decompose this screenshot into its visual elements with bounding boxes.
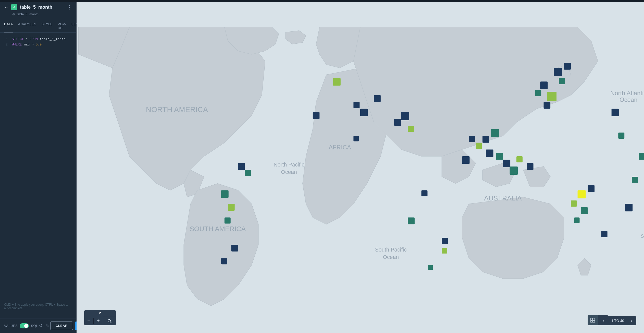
history-buttons: ↺ ↻ <box>38 323 50 329</box>
hint-text: CMD + S to apply your query. CTRL + Spac… <box>4 303 72 310</box>
zoom-plus-button[interactable]: + <box>94 316 103 325</box>
map-area[interactable]: NORTH AMERICA SOUTH AMERICA AFRICA AUSTR… <box>77 0 644 333</box>
eq-dot <box>442 248 447 253</box>
eq-dot <box>408 126 414 132</box>
code-line-2: 2 WHERE mag > 5.0 <box>4 42 72 47</box>
keyword-select: SELECT <box>12 37 24 41</box>
code-editor-area[interactable]: 1 SELECT * FROM table_5_month 2 WHERE ma… <box>0 33 76 318</box>
eq-dot <box>491 129 499 137</box>
keyword-where: WHERE <box>12 43 22 46</box>
line-number-1: 1 <box>4 37 8 42</box>
keyword-from: FROM <box>30 37 38 41</box>
north-pacific-label-2: Ocean <box>281 169 297 175</box>
eq-dot <box>482 136 489 143</box>
values-toggle[interactable] <box>20 323 29 328</box>
eq-dot <box>245 170 251 176</box>
south-america-label: SOUTH AMERICA <box>190 225 246 233</box>
values-label: VALUES <box>4 324 18 328</box>
eq-dot <box>516 156 523 162</box>
eq-dot <box>503 160 510 167</box>
eq-dot <box>564 63 571 70</box>
eq-dot <box>401 112 409 120</box>
eq-dot <box>476 143 482 149</box>
eq-dot <box>612 109 619 116</box>
south-pacific-label-1: South Pacific <box>375 247 407 253</box>
back-button[interactable]: ← <box>4 5 9 10</box>
tab-analyses[interactable]: ANALYSES <box>18 20 36 32</box>
zoom-btn-row: − + <box>84 316 116 325</box>
line-number-2: 2 <box>4 42 8 47</box>
eq-dot <box>442 238 448 244</box>
eq-dot <box>632 177 638 183</box>
table-name-label: table_5_month <box>17 12 39 16</box>
north-pacific-label-1: North Pacific <box>274 162 304 168</box>
eq-dot <box>428 265 433 270</box>
table-name-code: table_5_month <box>40 37 65 41</box>
eq-dot <box>625 204 633 211</box>
subtitle-row: ⊙ table_5_month <box>12 12 72 16</box>
eq-dot <box>601 231 608 237</box>
eq-dot <box>462 156 469 164</box>
values-section: VALUES SQL <box>4 323 38 328</box>
south-atl-label: South Atl... <box>641 233 644 239</box>
svg-rect-6 <box>593 320 595 322</box>
eq-dot <box>333 78 341 86</box>
eq-dot <box>510 167 518 175</box>
grid-view-button[interactable] <box>588 315 598 325</box>
more-options-button[interactable]: ⋮ <box>67 4 72 10</box>
eq-dot <box>221 258 227 264</box>
tab-popup[interactable]: POP-UP <box>58 20 66 32</box>
eq-dot <box>221 190 228 198</box>
code-editor[interactable]: 1 SELECT * FROM table_5_month 2 WHERE ma… <box>4 37 72 47</box>
eq-dot <box>535 90 541 96</box>
toggle-knob <box>24 324 28 328</box>
south-pacific-label-2: Ocean <box>383 254 399 260</box>
svg-rect-4 <box>593 318 595 320</box>
zoom-controls: 2 − + <box>84 310 116 325</box>
clear-button[interactable]: CLEAR <box>50 322 73 330</box>
eq-dot <box>496 153 503 160</box>
prev-page-button[interactable]: ‹ <box>599 316 608 325</box>
eq-dot <box>540 81 548 89</box>
north-atlantic-label-1: North Atlantic <box>610 90 644 97</box>
eq-dot <box>559 78 565 84</box>
left-panel: ← A table_5_month ⋮ ⊙ table_5_month DATA… <box>0 0 77 333</box>
eq-dot <box>554 68 562 76</box>
tab-style[interactable]: STYLE <box>41 20 53 32</box>
north-america-label: NORTH AMERICA <box>146 105 208 114</box>
zoom-search-button[interactable] <box>103 316 116 325</box>
search-icon <box>107 319 112 323</box>
svg-rect-5 <box>591 320 592 322</box>
code-content-2: WHERE mag > 5.0 <box>12 42 42 47</box>
eq-dot <box>547 92 556 101</box>
eq-dot <box>544 102 551 109</box>
back-row: ← A table_5_month ⋮ <box>4 4 72 10</box>
eq-dot <box>225 218 231 224</box>
eq-dot <box>422 190 428 196</box>
eq-dot <box>231 245 238 252</box>
svg-line-2 <box>110 322 111 323</box>
eq-dot <box>353 102 360 108</box>
eq-dot <box>486 149 493 157</box>
eq-dot <box>581 207 588 214</box>
eq-dot <box>527 163 534 170</box>
layer-title: table_5_month <box>20 5 52 10</box>
back-arrow-icon: ← <box>4 5 9 10</box>
next-page-button[interactable]: › <box>627 316 636 325</box>
layer-icon: A <box>11 4 17 10</box>
north-atlantic-label-2: Ocean <box>620 96 638 103</box>
zoom-level-badge: 2 <box>94 310 106 316</box>
redo-button[interactable]: ↻ <box>45 323 50 329</box>
table-icon: ⊙ <box>12 12 15 16</box>
zoom-minus-button[interactable]: − <box>84 316 93 325</box>
tab-data[interactable]: DATA <box>4 20 13 32</box>
bottom-bar: VALUES SQL ↺ ↻ CLEAR APPLY <box>0 318 76 333</box>
grid-icon <box>590 318 595 323</box>
eq-dot <box>639 153 644 160</box>
eq-dot <box>588 185 595 192</box>
page-info: 1 TO 40 <box>608 319 627 323</box>
world-map: NORTH AMERICA SOUTH AMERICA AFRICA AUSTR… <box>77 0 644 333</box>
panel-header: ← A table_5_month ⋮ ⊙ table_5_month <box>0 0 76 20</box>
undo-button[interactable]: ↺ <box>38 323 43 329</box>
eq-dot <box>394 119 401 126</box>
